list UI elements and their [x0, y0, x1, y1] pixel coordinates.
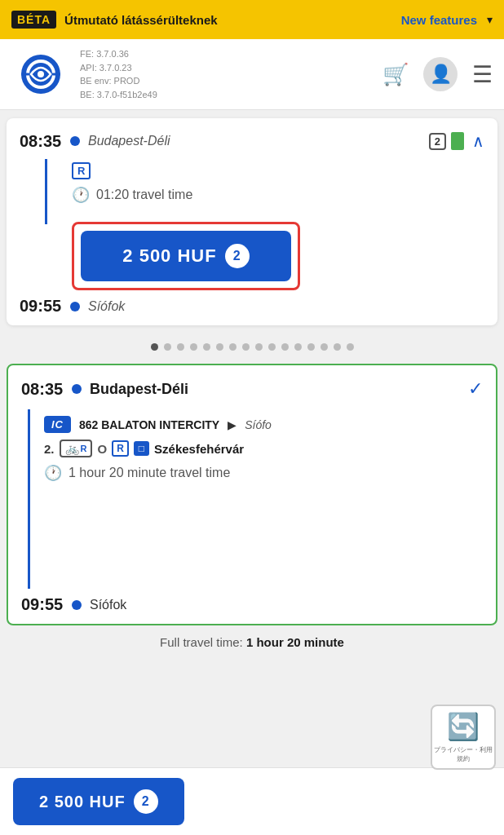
travel-time-row-1: 🕐 01:20 travel time	[72, 186, 484, 204]
green-badge-1	[451, 132, 464, 150]
bike-r-badge: 🚲 R	[60, 440, 93, 457]
timeline-left-2	[21, 409, 36, 589]
r-badge-2: R	[112, 440, 129, 457]
travel-time-label-2: 1 hour 20 minute travel time	[69, 466, 230, 480]
passenger-badge-1: 2	[429, 133, 446, 150]
arrival-row-2: 09:55 Síófok	[21, 595, 483, 614]
dot-8[interactable]	[242, 343, 250, 351]
arrival-dot-1	[70, 302, 80, 311]
beta-bar-title: Útmutató látássérülteknek	[64, 13, 393, 27]
service-row: 2. 🚲 R O R □ Székesfehérvár	[44, 440, 483, 457]
dot-1[interactable]	[151, 343, 158, 351]
collapse-icon-1[interactable]: ∧	[472, 131, 484, 151]
route-card-1: 08:35 Budapest-Déli 2 ∧ R 🕐 01:20 travel…	[7, 118, 497, 325]
price-outline-1: 2 500 HUF 2	[72, 222, 300, 290]
o-badge: O	[97, 442, 107, 456]
expand-icon-2[interactable]: ✓	[468, 378, 483, 400]
dot-15[interactable]	[334, 343, 341, 351]
app-logo[interactable]	[13, 53, 69, 95]
r-text-in-badge: R	[81, 444, 87, 453]
dot-4[interactable]	[190, 343, 197, 351]
recaptcha-icon: 🔄	[447, 711, 480, 742]
price-passengers-num-1: 2	[233, 249, 241, 263]
timeline-body-1: R 🕐 01:20 travel time 2 500 HUF 2	[72, 159, 484, 290]
r-badge-1: R	[72, 162, 91, 179]
timeline-body-2: IC 862 BALATON INTERCITY ▶ Síófo 2. 🚲 R …	[44, 409, 483, 482]
new-features-link[interactable]: New features	[401, 13, 477, 27]
dot-13[interactable]	[307, 343, 315, 351]
dot-pagination	[0, 334, 504, 356]
user-avatar[interactable]: 👤	[423, 57, 458, 91]
arrival-row-1: 09:55 Síófok	[20, 297, 484, 316]
timeline-line-2	[28, 409, 30, 589]
svg-point-3	[38, 71, 44, 77]
recaptcha-box: 🔄 プライバシー・利用規約	[431, 705, 496, 770]
dot-3[interactable]	[177, 343, 184, 351]
bottom-price-passengers-num: 2	[142, 794, 150, 809]
menu-icon[interactable]: ☰	[472, 61, 491, 88]
bottom-price-passengers-badge: 2	[134, 789, 158, 814]
bike-icon: 🚲	[65, 442, 79, 455]
card2-timeline: IC 862 BALATON INTERCITY ▶ Síófo 2. 🚲 R …	[21, 409, 483, 589]
dot-14[interactable]	[321, 343, 328, 351]
user-icon: 👤	[430, 64, 452, 85]
service-destination: Székesfehérvár	[154, 442, 244, 456]
timeline-line-1	[45, 159, 47, 224]
price-button-1[interactable]: 2 500 HUF 2	[81, 231, 291, 281]
dot-16[interactable]	[347, 343, 354, 351]
blue-square-badge: □	[134, 441, 149, 456]
train-name: 862 BALATON INTERCITY	[79, 418, 219, 431]
route-card-1-header: 08:35 Budapest-Déli 2 ∧	[20, 131, 484, 151]
price-amount-1: 2 500 HUF	[122, 245, 216, 267]
beta-bar: BÉTA Útmutató látássérülteknek New featu…	[0, 0, 504, 39]
dot-9[interactable]	[255, 343, 263, 351]
bottom-bar: 2 500 HUF 2	[0, 767, 504, 835]
version-info: FE: 3.7.0.36 API: 3.7.0.23 BE env: PROD …	[80, 47, 371, 101]
route-card-2-header: 08:35 Budapest-Déli ✓	[21, 378, 483, 400]
full-travel-text: Full travel time:	[160, 635, 246, 649]
arrival-station-1: Síófok	[88, 299, 484, 314]
bottom-price-amount: 2 500 HUF	[39, 793, 126, 811]
ic-row: IC 862 BALATON INTERCITY ▶ Síófo	[44, 416, 483, 433]
train-destination: Síófo	[245, 418, 272, 431]
travel-time-row-2: 🕐 1 hour 20 minute travel time	[44, 464, 483, 482]
arrival-time-2: 09:55	[21, 595, 64, 614]
clock-icon-1: 🕐	[72, 186, 90, 204]
app-header: FE: 3.7.0.36 API: 3.7.0.23 BE env: PROD …	[0, 39, 504, 110]
route-badges-1: 2	[429, 132, 464, 150]
departure-time-2: 08:35	[21, 380, 64, 399]
travel-time-label-1: 01:20 travel time	[96, 188, 192, 202]
dot-2[interactable]	[164, 343, 171, 351]
route-card-2: 08:35 Budapest-Déli ✓ IC 862 BALATON INT…	[7, 364, 497, 625]
arrival-dot-2	[72, 600, 82, 610]
cart-icon[interactable]: 🛒	[382, 62, 409, 87]
timeline-left-1	[20, 159, 72, 224]
dot-12[interactable]	[294, 343, 302, 351]
beta-label: BÉTA	[11, 11, 56, 29]
ic-badge: IC	[44, 416, 71, 433]
clock-icon-2: 🕐	[44, 464, 62, 482]
departure-time-1: 08:35	[20, 132, 62, 151]
dot-11[interactable]	[281, 343, 289, 351]
full-travel-row: Full travel time: 1 hour 20 minute	[7, 635, 497, 649]
dot-10[interactable]	[268, 343, 276, 351]
departure-dot-2	[72, 384, 82, 394]
service-num: 2.	[44, 442, 55, 456]
arrival-time-1: 09:55	[20, 297, 62, 316]
price-button-wrapper-1: 2 500 HUF 2	[72, 214, 484, 290]
card1-timeline: R 🕐 01:20 travel time 2 500 HUF 2	[20, 159, 484, 290]
arrival-station-2: Síófok	[90, 598, 126, 612]
departure-station-1: Budapest-Déli	[88, 134, 421, 148]
full-travel-duration: 1 hour 20 minute	[246, 635, 344, 649]
bottom-price-button[interactable]: 2 500 HUF 2	[13, 778, 184, 825]
price-passengers-badge-1: 2	[225, 244, 250, 268]
departure-dot-1	[70, 136, 80, 146]
dot-6[interactable]	[216, 343, 223, 351]
departure-station-2: Budapest-Déli	[90, 381, 460, 398]
header-icons: 🛒 👤 ☰	[382, 57, 491, 91]
dot-5[interactable]	[203, 343, 210, 351]
dot-7[interactable]	[229, 343, 237, 351]
recaptcha-label: プライバシー・利用規約	[432, 745, 494, 763]
train-arrow-icon: ▶	[228, 418, 237, 431]
chevron-down-icon: ▾	[487, 13, 493, 26]
